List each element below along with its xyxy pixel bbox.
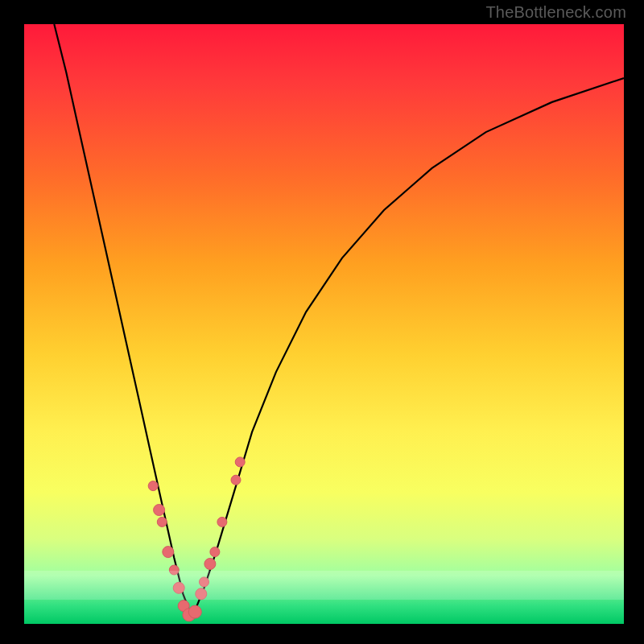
- sample-point: [154, 505, 165, 516]
- data-points: [148, 457, 245, 621]
- sample-point: [148, 481, 158, 491]
- plot-area: [24, 24, 624, 624]
- curve-right-branch: [192, 78, 624, 618]
- sample-point: [169, 565, 179, 575]
- bottleneck-curves: [54, 24, 624, 618]
- sample-point: [188, 605, 201, 618]
- black-frame: TheBottleneck.com: [0, 0, 644, 644]
- sample-point: [157, 517, 167, 526]
- chart-svg: [24, 24, 624, 624]
- sample-point: [163, 547, 174, 558]
- sample-point: [204, 559, 216, 570]
- curve-left-branch: [54, 24, 192, 618]
- sample-point: [235, 457, 245, 467]
- sample-point: [210, 547, 220, 557]
- sample-point: [173, 582, 184, 593]
- sample-point: [196, 588, 207, 600]
- sample-point: [200, 577, 209, 587]
- watermark-text: TheBottleneck.com: [485, 3, 626, 22]
- sample-point: [231, 475, 241, 485]
- sample-point: [217, 517, 227, 526]
